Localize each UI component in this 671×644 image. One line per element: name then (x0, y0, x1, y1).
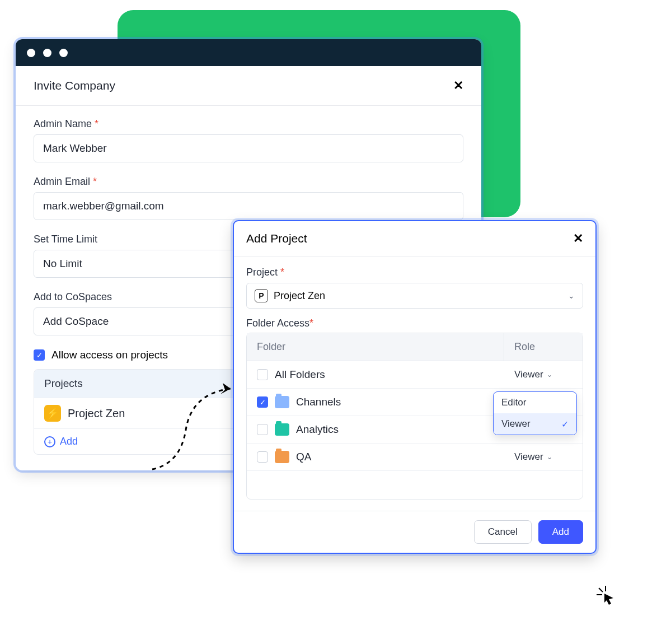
invite-title: Invite Company (34, 79, 115, 92)
window-control-dot[interactable] (27, 49, 35, 57)
close-icon[interactable]: ✕ (573, 231, 583, 246)
admin-email-input[interactable] (34, 192, 463, 220)
project-item-label: Project Zen (68, 407, 125, 420)
col-role: Role (504, 333, 583, 361)
cursor-click-icon (594, 584, 617, 606)
table-row: QA Viewer ⌄ (247, 444, 583, 471)
admin-name-label: Admin Name * (34, 118, 463, 130)
folder-name: Channels (296, 396, 341, 408)
folder-name: Analytics (296, 423, 339, 436)
plus-circle-icon: + (44, 436, 55, 447)
window-titlebar (16, 39, 481, 66)
add-label: Add (60, 436, 78, 447)
folder-name: QA (296, 451, 311, 463)
project-select[interactable]: P Project Zen ⌄ (246, 283, 583, 309)
folder-access-label: Folder Access* (246, 318, 583, 329)
role-select[interactable]: Editor Viewer ✓ (504, 395, 583, 409)
folder-checkbox[interactable]: ✓ (257, 396, 268, 408)
add-button[interactable]: Add (538, 520, 583, 544)
project-select-value: Project Zen (274, 290, 325, 302)
role-dropdown: Editor Viewer ✓ (493, 391, 577, 435)
role-select[interactable]: Viewer ⌄ (504, 362, 583, 388)
window-control-dot[interactable] (43, 49, 51, 57)
project-select-label: Project * (246, 267, 583, 278)
role-option-viewer[interactable]: Viewer ✓ (494, 413, 576, 435)
folder-access-table: Folder Role All Folders Viewer ⌄ ✓ Chann… (246, 333, 583, 500)
folder-name: All Folders (275, 368, 325, 381)
bolt-icon: ⚡ (44, 405, 61, 422)
folder-checkbox[interactable] (257, 369, 268, 380)
close-icon[interactable]: ✕ (453, 78, 463, 93)
folder-icon (275, 423, 289, 436)
chevron-down-icon: ⌄ (547, 371, 552, 379)
col-folder: Folder (247, 333, 504, 361)
table-row: ✓ Channels Editor Viewer ✓ (247, 389, 583, 416)
invite-header: Invite Company ✕ (16, 66, 481, 106)
allow-access-checkbox[interactable]: ✓ (34, 349, 45, 361)
window-control-dot[interactable] (59, 49, 68, 57)
add-project-dialog: Add Project ✕ Project * P Project Zen ⌄ … (233, 220, 597, 554)
folder-icon (275, 396, 289, 408)
role-option-editor[interactable]: Editor (494, 392, 576, 413)
admin-name-input[interactable] (34, 134, 463, 162)
svg-line-2 (599, 588, 603, 592)
allow-access-label: Allow access on projects (51, 349, 168, 361)
folder-checkbox[interactable] (257, 451, 268, 463)
chevron-down-icon: ⌄ (568, 291, 575, 300)
project-badge-icon: P (255, 289, 268, 302)
table-row: All Folders Viewer ⌄ (247, 361, 583, 389)
chevron-down-icon: ⌄ (547, 453, 552, 461)
role-select[interactable]: Viewer ⌄ (504, 444, 583, 470)
add-project-title: Add Project (246, 232, 307, 245)
folder-icon (275, 451, 289, 463)
cancel-button[interactable]: Cancel (474, 520, 532, 544)
admin-email-label: Admin Email * (34, 176, 463, 188)
check-icon: ✓ (561, 419, 569, 430)
folder-checkbox[interactable] (257, 424, 268, 435)
